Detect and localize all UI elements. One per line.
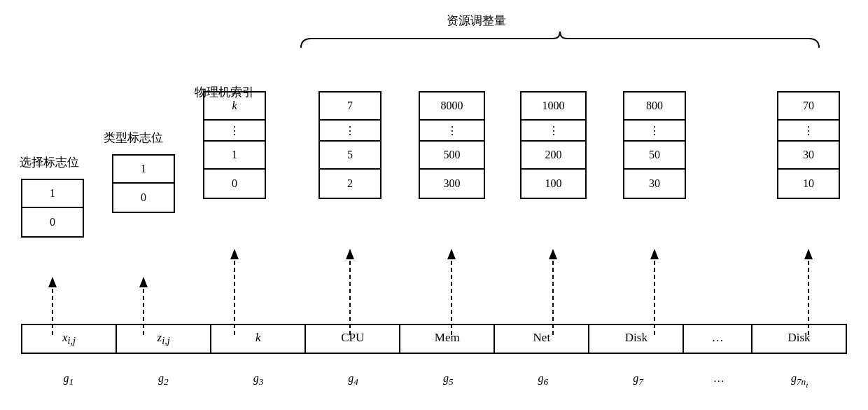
g-label-g7ni: g7ni [752,372,847,389]
stack-g6-cell-3: 100 [522,170,585,198]
stack-g7ni-cell-3: 10 [778,170,839,198]
stack-g3-cell-1: ⋮ [204,121,265,142]
stack-g1-cell-1: 0 [22,208,83,236]
stack-g1: 1 0 [21,179,84,238]
stack-g4-cell-1: ⋮ [320,121,380,142]
label-zi-yuan: 资源调整量 [406,13,546,29]
svg-marker-9 [447,249,456,259]
stack-g7: 800 ⋮ 50 30 [623,91,686,199]
svg-marker-15 [804,249,813,259]
g-label-g2: g2 [116,372,211,389]
stack-g1-cell-0: 1 [22,180,83,208]
stack-g3: k ⋮ 1 0 [203,91,266,199]
svg-marker-1 [48,277,57,287]
stack-g7-cell-2: 50 [624,142,685,170]
stack-g7ni-cell-1: ⋮ [778,121,839,142]
svg-marker-5 [230,249,239,259]
stack-g6-cell-2: 200 [522,142,585,170]
stack-g7-cell-3: 30 [624,170,685,198]
stack-g6: 1000 ⋮ 200 100 [520,91,587,199]
g-label-g6: g6 [496,372,591,389]
svg-marker-3 [139,277,148,287]
stack-g5-cell-2: 500 [420,142,484,170]
stack-g5-cell-1: ⋮ [420,121,484,142]
main-cell-g7: Disk [589,325,684,353]
g-label-g3: g3 [211,372,306,389]
stack-g4-cell-3: 2 [320,170,380,198]
stack-g3-cell-3: 0 [204,170,265,198]
svg-marker-7 [346,249,354,259]
main-cell-g2: zi,j [117,325,211,353]
stack-g4: 7 ⋮ 5 2 [318,91,382,199]
g-label-g5: g5 [401,372,496,389]
stack-g7ni-cell-0: 70 [778,93,839,121]
stack-g7ni-cell-2: 30 [778,142,839,170]
stack-g2: 1 0 [112,154,175,213]
diagram-container: 选择标志位 类型标志位 物理机索引 资源调整量 1 0 1 0 k ⋮ 1 0 … [0,0,868,410]
stack-g5-cell-3: 300 [420,170,484,198]
stack-g7-cell-1: ⋮ [624,121,685,142]
g-labels-row: g1 g2 g3 g4 g5 g6 g7 … g7ni [21,372,847,389]
main-cell-g7ni: Disk [752,325,846,353]
main-cell-g3: k [211,325,306,353]
stack-g5: 8000 ⋮ 500 300 [419,91,485,199]
stack-g6-cell-1: ⋮ [522,121,585,142]
main-cell-g4: CPU [306,325,400,353]
main-cell-dots: … [684,325,752,353]
stack-g7ni: 70 ⋮ 30 10 [777,91,840,199]
stack-g7-cell-0: 800 [624,93,685,121]
label-xuan-ze: 选择标志位 [7,154,91,170]
stack-g4-cell-0: 7 [320,93,380,121]
svg-marker-13 [650,249,659,259]
stack-g4-cell-2: 5 [320,142,380,170]
main-cell-g5: Mem [400,325,495,353]
main-cell-g6: Net [495,325,589,353]
stack-g3-cell-0: k [204,93,265,121]
stack-g6-cell-0: 1000 [522,93,585,121]
main-cell-g1: xi,j [22,325,117,353]
stack-g3-cell-2: 1 [204,142,265,170]
g-label-g4: g4 [306,372,401,389]
label-lei-xing: 类型标志位 [91,130,175,146]
g-label-g1: g1 [21,372,116,389]
g-label-dots: … [685,372,752,389]
main-table: xi,j zi,j k CPU Mem Net Disk … Disk [21,324,847,354]
stack-g2-cell-0: 1 [113,156,174,184]
stack-g5-cell-0: 8000 [420,93,484,121]
stack-g2-cell-1: 0 [113,184,174,212]
svg-marker-11 [549,249,557,259]
g-label-g7: g7 [591,372,686,389]
